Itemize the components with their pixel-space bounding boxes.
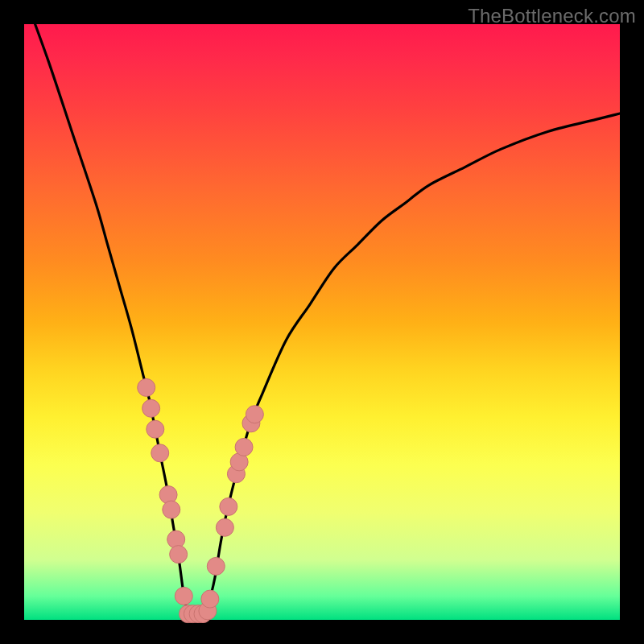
chart-marker [170, 546, 188, 564]
chart-marker [138, 378, 155, 396]
chart-svg [24, 24, 620, 620]
chart-marker [220, 497, 237, 515]
chart-marker [151, 444, 169, 462]
chart-marker [235, 438, 253, 456]
chart-frame: TheBottleneck.com [0, 0, 644, 644]
chart-marker [207, 557, 225, 575]
chart-marker [246, 406, 263, 423]
watermark-text: TheBottleneck.com [468, 5, 636, 27]
chart-marker [201, 590, 219, 608]
chart-marker [142, 399, 160, 417]
bottleneck-curve [24, 0, 620, 615]
chart-marker [216, 518, 233, 536]
chart-marker [147, 420, 164, 438]
chart-markers [138, 378, 264, 622]
chart-marker [163, 501, 180, 518]
chart-marker [175, 587, 192, 605]
